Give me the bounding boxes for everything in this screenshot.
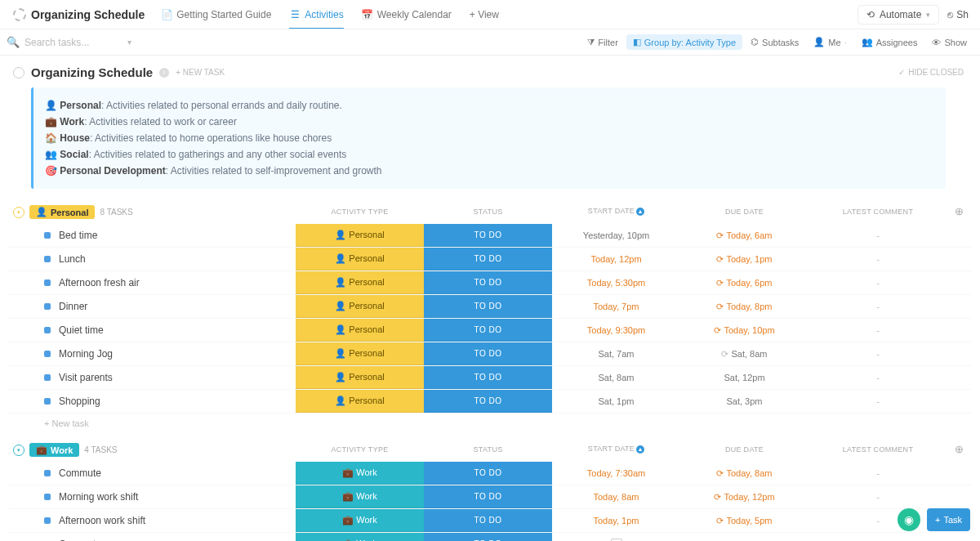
- task-row[interactable]: Shopping 👤 Personal TO DO Sat, 1pm Sat, …: [8, 390, 972, 414]
- col-status[interactable]: STATUS: [424, 208, 552, 216]
- col-activity-type[interactable]: ACTIVITY TYPE: [296, 445, 424, 454]
- task-status-square[interactable]: [44, 517, 51, 524]
- cell-activity-type[interactable]: 👤 Personal: [296, 390, 424, 413]
- list-status-icon[interactable]: [13, 67, 24, 78]
- cell-latest-comment[interactable]: -: [808, 319, 947, 342]
- cell-start-date[interactable]: Today, 9:30pm: [552, 319, 680, 342]
- cell-activity-type[interactable]: 💼 Work: [296, 509, 424, 532]
- col-due-date[interactable]: DUE DATE: [680, 445, 808, 454]
- cell-due-date[interactable]: ⟳Today, 1pm: [680, 248, 808, 270]
- collapse-icon[interactable]: ▾: [13, 207, 24, 218]
- cell-due-date[interactable]: ⟳Today, 10pm: [680, 319, 808, 342]
- cell-due-date[interactable]: Sat, 12pm: [680, 366, 808, 389]
- search-chevron-icon[interactable]: ▾: [127, 38, 131, 47]
- task-status-square[interactable]: [44, 494, 51, 500]
- task-name[interactable]: Afternoon work shift: [59, 515, 145, 526]
- cell-activity-type[interactable]: 👤 Personal: [296, 342, 424, 365]
- cell-due-date[interactable]: ⟳Today, 5pm: [680, 533, 808, 541]
- cell-due-date[interactable]: ⟳Today, 5pm: [680, 509, 808, 532]
- cell-activity-type[interactable]: 👤 Personal: [296, 224, 424, 247]
- show-button[interactable]: 👁Show: [925, 35, 973, 50]
- col-latest-comment[interactable]: LATEST COMMENT: [808, 208, 947, 216]
- cell-status[interactable]: TO DO: [424, 485, 552, 508]
- share-button[interactable]: ⎋ Sh: [942, 6, 973, 24]
- cell-start-date[interactable]: Today, 7:30am: [552, 462, 680, 485]
- col-start-date[interactable]: START DATE▲: [552, 207, 680, 216]
- cell-latest-comment[interactable]: -: [808, 224, 947, 247]
- cell-due-date[interactable]: ⟳Today, 6pm: [680, 271, 808, 294]
- cell-status[interactable]: TO DO: [424, 366, 552, 389]
- col-status[interactable]: STATUS: [424, 445, 552, 454]
- task-status-square[interactable]: [44, 398, 51, 405]
- tab-activities[interactable]: ☰ Activities: [281, 0, 351, 29]
- task-status-square[interactable]: [44, 303, 51, 310]
- col-start-date[interactable]: START DATE▲: [552, 445, 680, 454]
- subtasks-button[interactable]: ⌬Subtasks: [744, 34, 805, 50]
- task-row[interactable]: Afternoon work shift 💼 Work TO DO Today,…: [8, 509, 972, 533]
- cell-latest-comment[interactable]: -: [808, 390, 947, 413]
- task-row[interactable]: Morning work shift 💼 Work TO DO Today, 8…: [8, 485, 972, 509]
- cell-latest-comment[interactable]: -: [808, 271, 947, 294]
- task-status-square[interactable]: [44, 279, 51, 286]
- cell-status[interactable]: TO DO: [424, 295, 552, 318]
- task-status-square[interactable]: [44, 256, 51, 262]
- task-status-square[interactable]: [44, 232, 51, 239]
- group-chip[interactable]: 👤Personal: [29, 205, 95, 219]
- cell-status[interactable]: TO DO: [424, 462, 552, 485]
- record-fab[interactable]: ◉: [898, 508, 920, 531]
- cell-latest-comment[interactable]: -: [808, 462, 947, 485]
- cell-latest-comment[interactable]: -: [808, 485, 947, 508]
- me-button[interactable]: 👤Me ·: [807, 34, 853, 50]
- new-task-fab[interactable]: + Task: [927, 508, 970, 531]
- task-name[interactable]: Morning work shift: [59, 491, 138, 503]
- task-row[interactable]: Commute 💼 Work TO DO ⟳Today, 5pm -: [8, 533, 972, 541]
- task-status-square[interactable]: [44, 470, 51, 476]
- task-name[interactable]: Dinner: [59, 301, 87, 312]
- task-name[interactable]: Quiet time: [59, 324, 104, 336]
- cell-activity-type[interactable]: 👤 Personal: [296, 248, 424, 270]
- task-name[interactable]: Commute: [59, 467, 101, 479]
- task-row[interactable]: Morning Jog 👤 Personal TO DO Sat, 7am ⟳S…: [8, 342, 972, 366]
- new-task-top-button[interactable]: + NEW TASK: [176, 68, 225, 77]
- group-chip[interactable]: 💼Work: [29, 443, 79, 457]
- cell-status[interactable]: TO DO: [424, 342, 552, 365]
- new-task-row[interactable]: + New task: [8, 414, 972, 433]
- col-activity-type[interactable]: ACTIVITY TYPE: [296, 208, 424, 216]
- cell-start-date[interactable]: Sat, 8am: [552, 366, 680, 389]
- cell-activity-type[interactable]: 💼 Work: [296, 533, 424, 541]
- assignees-button[interactable]: 👥Assignees: [855, 34, 924, 50]
- filter-button[interactable]: ⧩Filter: [581, 34, 624, 50]
- cell-due-date[interactable]: ⟳Sat, 8am: [680, 342, 808, 365]
- cell-activity-type[interactable]: 👤 Personal: [296, 366, 424, 389]
- cell-start-date[interactable]: Today, 8am: [552, 485, 680, 508]
- cell-start-date[interactable]: Today, 12pm: [552, 248, 680, 270]
- task-row[interactable]: Lunch 👤 Personal TO DO Today, 12pm ⟳Toda…: [8, 248, 972, 271]
- cell-start-date[interactable]: Yesterday, 10pm: [552, 224, 680, 247]
- cell-start-date[interactable]: [552, 533, 680, 541]
- cell-activity-type[interactable]: 💼 Work: [296, 462, 424, 485]
- cell-due-date[interactable]: ⟳Today, 12pm: [680, 485, 808, 508]
- cell-activity-type[interactable]: 👤 Personal: [296, 319, 424, 342]
- tab-weekly-calendar[interactable]: 📅 Weekly Calendar: [354, 0, 460, 29]
- cell-activity-type[interactable]: 👤 Personal: [296, 271, 424, 294]
- task-name[interactable]: Shopping: [59, 396, 100, 407]
- task-status-square[interactable]: [44, 374, 51, 381]
- cell-latest-comment[interactable]: -: [808, 342, 947, 365]
- task-name[interactable]: Visit parents: [59, 372, 113, 383]
- task-status-square[interactable]: [44, 351, 51, 357]
- cell-status[interactable]: TO DO: [424, 319, 552, 342]
- add-column-button[interactable]: ⊕: [947, 443, 972, 455]
- cell-latest-comment[interactable]: -: [808, 248, 947, 270]
- cell-activity-type[interactable]: 💼 Work: [296, 485, 424, 508]
- col-due-date[interactable]: DUE DATE: [680, 208, 808, 216]
- task-name[interactable]: Bed time: [59, 230, 97, 241]
- task-name[interactable]: Morning Jog: [59, 348, 113, 360]
- cell-due-date[interactable]: ⟳Today, 8am: [680, 462, 808, 485]
- cell-start-date[interactable]: Today, 7pm: [552, 295, 680, 318]
- cell-due-date[interactable]: ⟳Today, 6am: [680, 224, 808, 247]
- hide-closed-button[interactable]: ✓ HIDE CLOSED: [898, 68, 972, 77]
- cell-status[interactable]: TO DO: [424, 509, 552, 532]
- task-row[interactable]: Commute 💼 Work TO DO Today, 7:30am ⟳Toda…: [8, 462, 972, 485]
- cell-start-date[interactable]: Today, 5:30pm: [552, 271, 680, 294]
- cell-start-date[interactable]: Sat, 1pm: [552, 390, 680, 413]
